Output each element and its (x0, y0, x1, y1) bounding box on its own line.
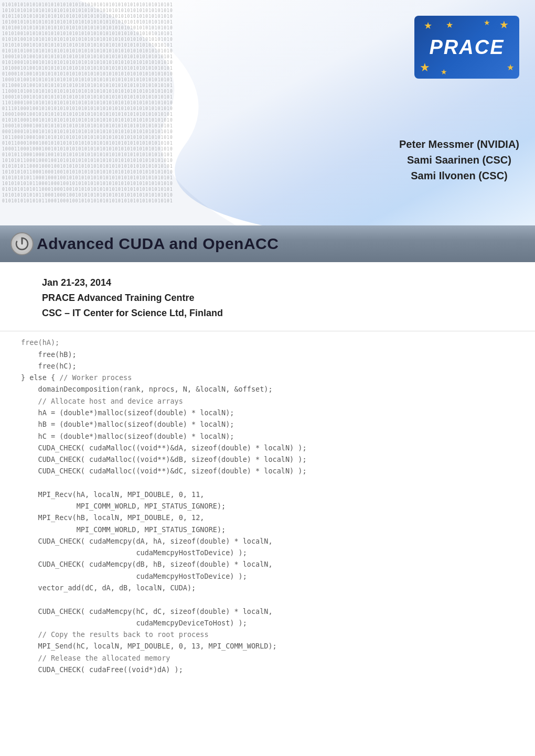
power-icon (10, 232, 34, 255)
prace-text: PRACE (429, 36, 504, 59)
star-icon: ★ (507, 62, 514, 72)
authors-section: Peter Messmer (NVIDIA) Sami Saarinen (CS… (399, 136, 519, 183)
binary-background: 0101010101010101010101010101010101010101… (0, 0, 294, 225)
star-icon: ★ (441, 68, 447, 76)
event-location: CSC – IT Center for Science Ltd, Finland (42, 306, 493, 321)
author-3: Sami Ilvonen (CSC) (399, 168, 519, 183)
event-date: Jan 21-23, 2014 (42, 275, 493, 290)
star-icon: ★ (420, 61, 430, 74)
page-title: Advanced CUDA and OpenACC (37, 235, 279, 253)
code-block: free(hA); free(hB); free(hC); } else { /… (21, 337, 514, 675)
star-icon: ★ (446, 20, 453, 30)
author-1: Peter Messmer (NVIDIA) (399, 136, 519, 152)
code-section: free(hA); free(hB); free(hC); } else { /… (0, 331, 535, 691)
star-icon: ★ (424, 20, 432, 31)
star-icon: ★ (484, 18, 490, 27)
header-section: 0101010101010101010101010101010101010101… (0, 0, 535, 225)
prace-logo: ★ ★ ★ ★ ★ ★ ★ PRACE (409, 10, 525, 84)
power-svg (15, 236, 29, 251)
title-bar: Advanced CUDA and OpenACC (0, 225, 535, 262)
event-venue: PRACE Advanced Training Centre (42, 290, 493, 306)
event-info: Jan 21-23, 2014 PRACE Advanced Training … (0, 262, 535, 331)
star-icon: ★ (499, 18, 509, 31)
author-2: Sami Saarinen (CSC) (399, 152, 519, 168)
